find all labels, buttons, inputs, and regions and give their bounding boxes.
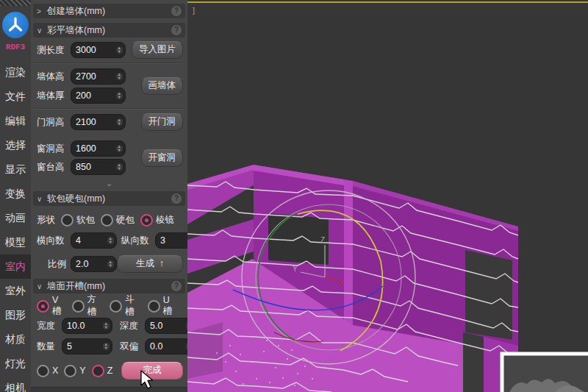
radio-soft-pack-label[interactable]: 软包 (76, 214, 95, 227)
spinner-down-icon[interactable]: ▼ (118, 149, 121, 152)
axis-row: X Y Z 完成 (37, 362, 183, 379)
ratio-row: 比例 2.0 ▲▼ 生成 ↑ (37, 256, 183, 272)
wall-height-input[interactable]: 2700 ▲▼ (71, 68, 126, 85)
spinner-down-icon[interactable]: ▼ (104, 346, 108, 350)
wall-thickness-value[interactable]: 200 (76, 90, 114, 101)
radio-bucket-groove-label[interactable]: 斗槽 (125, 293, 141, 318)
sidebar-item-interior[interactable]: 室内 (0, 254, 31, 279)
collapse-arrow-icon[interactable]: ∨ (37, 282, 47, 291)
section-title: 软包硬包(mm) (47, 193, 171, 205)
groove-width-value[interactable]: 10.0 (67, 321, 101, 331)
sidebar-item-edit[interactable]: 编辑 (0, 109, 31, 133)
wall-height-value[interactable]: 2700 (76, 71, 114, 82)
sill-height-input[interactable]: 850 ▲▼ (71, 159, 126, 175)
radio-prism[interactable] (140, 214, 153, 227)
sidebar-item-render[interactable]: 渲染 (0, 60, 31, 85)
cube-logo-glyph (7, 16, 24, 34)
spinner-down-icon[interactable]: ▼ (109, 240, 112, 244)
radio-v-groove-label[interactable]: V槽 (52, 295, 66, 318)
draw-wall-button[interactable]: 画墙体 (141, 77, 184, 95)
spinner-down-icon[interactable]: ▼ (118, 122, 121, 126)
groove-offset-value[interactable]: 0.0 (150, 341, 184, 352)
groove-width-input[interactable]: 10.0 ▲▼ (62, 318, 112, 334)
radio-prism-label[interactable]: 棱镜 (156, 214, 174, 227)
wall-thickness-input[interactable]: 200 ▲▼ (71, 88, 126, 104)
help-icon[interactable]: ? (171, 25, 182, 35)
radio-axis-y[interactable] (64, 365, 76, 377)
radio-bucket-groove[interactable] (110, 300, 122, 313)
groove-count-input[interactable]: 5 ▲▼ (62, 338, 112, 354)
measure-length-row: 测长度 3000 ▲▼ 导入图片 (37, 42, 183, 58)
radio-soft-pack[interactable] (61, 214, 74, 227)
section-header-groove[interactable]: ∨ 墙面开槽(mm) ? (33, 279, 185, 293)
sidebar-item-animation[interactable]: 动画 (0, 206, 31, 230)
spinner-down-icon[interactable]: ▼ (118, 167, 121, 171)
sidebar-item-model[interactable]: 模型 (0, 230, 31, 254)
window-height-input[interactable]: 1600 ▲▼ (71, 140, 126, 157)
sidebar-item-select[interactable]: 选择 (0, 133, 31, 157)
radio-square-groove[interactable] (72, 300, 85, 313)
help-icon[interactable]: ? (171, 6, 182, 16)
radio-hard-pack[interactable] (101, 214, 113, 227)
spinner-down-icon[interactable]: ▼ (118, 96, 121, 99)
ratio-value[interactable]: 2.0 (76, 259, 105, 269)
radio-v-groove[interactable] (37, 300, 49, 313)
sidebar: RDF3 渲染 文件 编辑 选择 显示 变换 动画 模型 室内 室外 图形 材质… (0, 0, 32, 392)
radio-u-groove[interactable] (148, 300, 160, 313)
radio-hard-pack-label[interactable]: 硬包 (116, 214, 135, 227)
collapse-arrow-icon[interactable]: > (37, 7, 47, 15)
radio-square-groove-label[interactable]: 方槽 (87, 293, 104, 318)
measure-length-value[interactable]: 3000 (76, 45, 114, 55)
v-count-value[interactable]: 3 (160, 235, 190, 246)
h-count-input[interactable]: 4 ▲▼ (71, 232, 117, 249)
app-logo-icon[interactable] (2, 12, 29, 38)
h-count-value[interactable]: 4 (76, 235, 105, 246)
radio-axis-y-label[interactable]: Y (79, 366, 85, 376)
sidebar-item-exterior[interactable]: 室外 (0, 279, 31, 303)
spinner-down-icon[interactable]: ▼ (118, 50, 121, 54)
spinner-down-icon[interactable]: ▼ (109, 264, 112, 268)
window-height-value[interactable]: 1600 (76, 143, 114, 154)
spinner-down-icon[interactable]: ▼ (118, 76, 121, 80)
ratio-input[interactable]: 2.0 ▲▼ (71, 256, 117, 272)
section-header-create-wall[interactable]: > 创建墙体(mm) ? (33, 4, 185, 18)
radio-axis-x-label[interactable]: X (52, 366, 58, 376)
groove-depth-value[interactable]: 5.0 (150, 321, 184, 331)
import-image-button[interactable]: 导入图片 (132, 41, 183, 59)
spinner-down-icon[interactable]: ▼ (104, 326, 108, 329)
help-icon[interactable]: ? (171, 193, 182, 204)
open-window-button[interactable]: 开窗洞 (141, 149, 184, 167)
section-header-paint-wall[interactable]: ∨ 彩平墙体(mm) ? (33, 23, 185, 38)
groove-type-radio-row: V槽 方槽 斗槽 U槽 (37, 298, 183, 314)
measure-length-input[interactable]: 3000 ▲▼ (71, 42, 126, 58)
sidebar-item-display[interactable]: 显示 (0, 157, 31, 182)
panel-more-chevron-icon[interactable]: ⌄ (31, 179, 187, 189)
generate-button[interactable]: 生成 ↑ (117, 255, 183, 273)
radio-axis-x[interactable] (37, 365, 49, 377)
pack-count-row: 横向数 4 ▲▼ 纵向数 3 ▲▼ (37, 232, 183, 249)
viewport-corner-text: ] (193, 6, 195, 15)
radio-axis-z-label[interactable]: Z (107, 366, 113, 376)
sidebar-item-file[interactable]: 文件 (0, 85, 31, 109)
sidebar-item-camera[interactable]: 相机 (0, 376, 31, 392)
help-icon[interactable]: ? (171, 281, 182, 291)
sidebar-hatch-decoration (0, 0, 31, 6)
scene-svg[interactable]: Z Y X ] (187, 0, 588, 392)
v-count-label: 纵向数 (121, 235, 155, 247)
shape-label: 形状 (37, 214, 55, 227)
sidebar-item-transform[interactable]: 变换 (0, 182, 31, 206)
open-door-button[interactable]: 开门洞 (141, 113, 184, 131)
collapse-arrow-icon[interactable]: ∨ (37, 26, 47, 35)
door-height-input[interactable]: 2100 ▲▼ (71, 114, 126, 130)
radio-axis-z[interactable] (92, 365, 104, 377)
sidebar-item-light[interactable]: 灯光 (0, 352, 31, 376)
sill-height-value[interactable]: 850 (76, 162, 114, 172)
radio-u-groove-label[interactable]: U槽 (163, 295, 177, 318)
sidebar-item-material[interactable]: 材质 (0, 327, 31, 352)
viewport-3d[interactable]: Z Y X ] (187, 0, 588, 392)
section-header-soft-pack[interactable]: ∨ 软包硬包(mm) ? (33, 191, 185, 206)
collapse-arrow-icon[interactable]: ∨ (37, 195, 47, 203)
sidebar-item-shapes[interactable]: 图形 (0, 303, 31, 327)
door-height-value[interactable]: 2100 (76, 117, 114, 127)
groove-count-value[interactable]: 5 (67, 341, 101, 352)
